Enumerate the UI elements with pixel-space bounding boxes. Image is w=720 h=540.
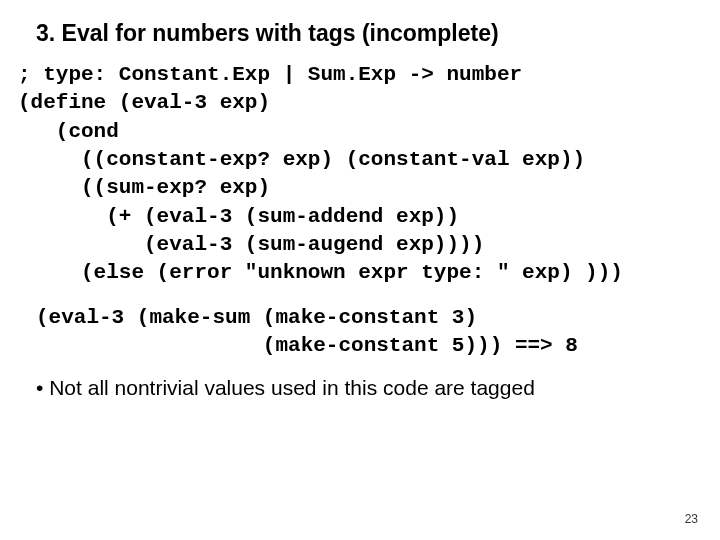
code-block-2: (eval-3 (make-sum (make-constant 3) (mak… (36, 304, 702, 361)
slide-title: 3. Eval for numbers with tags (incomplet… (36, 20, 702, 47)
page-number: 23 (685, 512, 698, 526)
code-block-1: ; type: Constant.Exp | Sum.Exp -> number… (18, 61, 702, 288)
bullet-note: • Not all nontrivial values used in this… (36, 376, 702, 400)
